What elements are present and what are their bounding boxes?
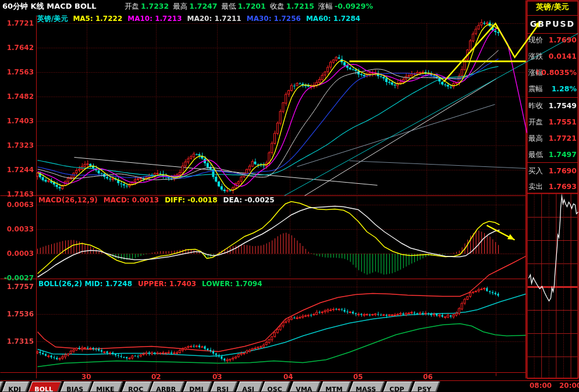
tab-label: DMI (190, 386, 204, 392)
tab-boll[interactable]: BOLL (28, 382, 61, 392)
stat-value: 1.7232 (141, 2, 169, 10)
tab-label: MASS (356, 386, 376, 392)
ma-symbol-label: 英镑/美元 (37, 15, 68, 23)
tab-osc[interactable]: OSC (261, 382, 291, 392)
tab-label: KDJ (8, 386, 21, 392)
stat-value: -0.0929% (335, 2, 373, 10)
quote-row-value: 1.7690 (549, 35, 577, 44)
tab-label: BIAS (66, 386, 83, 392)
stat-label: 涨幅 (318, 2, 333, 10)
ma-legend-bar: 英镑/美元MA5: 1.7222MA10: 1.7213MA20: 1.7211… (37, 15, 365, 22)
axis-tick-label: 1.7757 (1, 283, 34, 291)
tab-label: PSY (418, 386, 432, 392)
quote-row-number: 1.7690 (549, 166, 577, 175)
ma-legend-item: MA30: 1.7256 (247, 15, 301, 23)
ma-legend-item: MA10: 1.7213 (127, 15, 182, 23)
tab-rsi[interactable]: RSI (211, 382, 237, 392)
axis-tick-label: 1.7642 (1, 44, 34, 52)
quote-panel-symbol-code: GBPUSD (527, 20, 578, 28)
quote-row-number: 1.7497 (549, 150, 577, 159)
ma-legend-item: MA60: 1.7284 (306, 15, 360, 23)
stat-value: 1.7201 (238, 2, 266, 10)
macd-indicator-header: MACD(26,12,9)MACD: 0.0013DIFF: -0.0018DE… (38, 197, 280, 204)
tab-vma[interactable]: VMA (290, 382, 321, 392)
quote-row-label: 开盘 (528, 117, 543, 127)
indicator-header-item: UPPER: 1.7403 (138, 280, 196, 288)
quote-row-label: 买入 (528, 166, 543, 176)
tab-kdj[interactable]: KDJ (2, 382, 30, 392)
axis-tick-label: 1.7403 (1, 117, 34, 125)
axis-tick-label: 1.7315 (1, 337, 34, 345)
tab-dmi[interactable]: DMI (183, 382, 212, 392)
date-tick-label: 05 (353, 373, 363, 381)
quote-panel-symbol-cn: 英镑/美元 (527, 3, 578, 10)
axis-tick-label: 0.0033 (1, 225, 34, 233)
time-tick-label: 08:00 (530, 382, 552, 390)
axis-tick-label: 1.7244 (1, 166, 34, 174)
quote-row-number: 0.0141 (549, 52, 577, 60)
indicator-header-item: DIFF: -0.0018 (165, 196, 217, 204)
quote-row-label: 现价 (528, 35, 543, 45)
quote-row-number: 0.8035% (541, 68, 577, 77)
quote-row-label: 卖出 (528, 182, 543, 192)
stat-label: 收盘 (270, 2, 285, 10)
tab-arbr[interactable]: ARBR (150, 382, 184, 392)
indicator-header-item: MACD(26,12,9) (38, 196, 98, 204)
axis-tick-label: 1.7163 (1, 190, 34, 198)
axis-tick-label: 0.0063 (1, 201, 34, 209)
chart-mode-title: 60分钟 K线 MACD BOLL (2, 2, 97, 10)
axis-tick-label: 0.0003 (1, 250, 34, 258)
tab-label: ROC (128, 386, 143, 392)
ohlc-stats-bar: 开盘1.7232最高1.7247最低1.7201收盘1.7215涨幅-0.092… (120, 3, 373, 10)
indicator-header-item: LOWER: 1.7094 (202, 280, 262, 288)
indicator-tab-bar: KDJBOLLBIASMIKEROCARBRDMIRSIASIOSCVMAMTM… (3, 382, 441, 391)
tab-label: MTM (325, 386, 342, 392)
tab-roc[interactable]: ROC (122, 382, 151, 392)
quote-row-number: 1.7693 (549, 182, 577, 191)
tab-mass[interactable]: MASS (350, 382, 385, 392)
quote-row-label: 最高 (528, 134, 543, 144)
tab-label: CDP (389, 386, 404, 392)
indicator-header-item: BOLL(26,2) MID: 1.7248 (38, 280, 132, 288)
tab-psy[interactable]: PSY (411, 382, 441, 392)
quote-row-value: 0.0141 (549, 52, 577, 60)
quote-row-value: 1.7549 (549, 101, 577, 110)
tab-asi[interactable]: ASI (236, 382, 263, 392)
axis-tick-label: -0.0027 (1, 274, 34, 282)
quote-row-value: 1.7551 (549, 117, 577, 126)
boll-indicator-header: BOLL(26,2) MID: 1.7248UPPER: 1.7403LOWER… (38, 280, 268, 287)
quote-row-value: 1.7497 (549, 150, 577, 159)
indicator-header-item: MACD: 0.0013 (104, 196, 159, 204)
quote-row-value: ↑0.8035% (535, 68, 577, 77)
quote-row-label: 昨收 (528, 101, 543, 111)
ma-legend-item: MA5: 1.7222 (73, 15, 122, 23)
date-tick-label: 06 (423, 373, 433, 381)
stat-value: 1.7247 (189, 2, 217, 10)
tab-cdp[interactable]: CDP (383, 382, 413, 392)
quote-row-label: 最低 (528, 150, 543, 160)
stat-value: 1.7215 (286, 2, 314, 10)
quote-row-number: 1.7549 (549, 101, 577, 110)
time-tick-label: 20:00 (559, 382, 579, 390)
stat-label: 开盘 (125, 2, 139, 10)
tab-label: VMA (296, 386, 312, 392)
tab-label: ARBR (157, 386, 176, 392)
quote-row-label: 震幅 (528, 84, 543, 94)
date-tick-label: 30 (81, 373, 91, 381)
tab-label: BOLL (34, 386, 53, 392)
quote-row-label: 涨跌 (528, 52, 543, 62)
axis-tick-label: 1.7563 (1, 68, 34, 76)
tab-mtm[interactable]: MTM (319, 382, 351, 392)
tab-label: OSC (268, 386, 282, 392)
stat-label: 最低 (222, 2, 236, 10)
tab-bias[interactable]: BIAS (60, 382, 91, 392)
axis-tick-label: 1.7536 (1, 310, 34, 318)
ma-legend-item: MA20: 1.7211 (187, 15, 241, 23)
date-tick-label: 02 (151, 373, 161, 381)
date-tick-label: 03 (212, 373, 222, 381)
tab-mike[interactable]: MIKE (90, 382, 123, 392)
tab-label: RSI (217, 386, 229, 392)
tab-label: MIKE (97, 386, 115, 392)
indicator-header-item: DEA: -0.0025 (223, 196, 275, 204)
tab-label: ASI (242, 386, 254, 392)
